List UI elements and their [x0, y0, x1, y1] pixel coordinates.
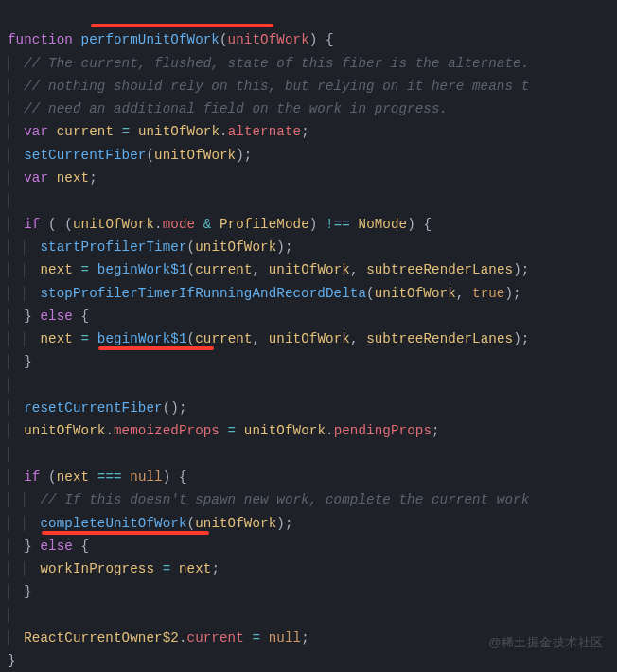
comment-line-2: // nothing should rely on this, but rely…: [24, 79, 529, 94]
fn-completeUnitOfWork: completeUnitOfWork: [40, 516, 186, 531]
id-subtreeRenderLanes: subtreeRenderLanes: [366, 262, 513, 277]
comment-line-3: // need an additional field on the work …: [24, 101, 448, 116]
id-workInProgress: workInProgress: [40, 561, 154, 576]
fn-performUnitOfWork: performUnitOfWork: [81, 32, 220, 47]
keyword-if: if: [24, 217, 40, 232]
watermark: @稀土掘金技术社区: [488, 634, 604, 651]
code-editor: function performUnitOfWork(unitOfWork) {…: [0, 0, 617, 672]
fn-stopProfiler: stopProfilerTimerIfRunningAndRecordDelta: [40, 286, 366, 301]
var-next: next: [57, 170, 89, 186]
prop-alternate: alternate: [228, 124, 302, 139]
underline-1: [91, 24, 273, 27]
fn-beginWork: beginWork$1: [97, 262, 187, 277]
prop-pendingProps: pendingProps: [334, 423, 432, 438]
fn-beginWork-2: beginWork$1: [97, 331, 187, 346]
null-literal: null: [130, 469, 162, 485]
prop-current: current: [187, 630, 244, 645]
keyword-var: var: [24, 124, 48, 139]
keyword-else: else: [40, 309, 72, 324]
underline-3: [42, 531, 209, 535]
comment-line-1: // The current, flushed, state of this f…: [24, 56, 529, 71]
id-ProfileMode: ProfileMode: [220, 217, 309, 232]
bool-true: true: [472, 286, 504, 301]
id-NoMode: NoMode: [359, 217, 408, 232]
underline-2: [98, 346, 214, 350]
id-unitOfWork: unitOfWork: [138, 124, 220, 139]
prop-mode: mode: [163, 217, 195, 232]
fn-setCurrentFiber: setCurrentFiber: [24, 148, 146, 163]
keyword-function: function: [8, 32, 73, 47]
param-unitOfWork: unitOfWork: [228, 32, 309, 47]
var-current: current: [57, 124, 114, 139]
comment-line-4: // If this doesn't spawn new work, compl…: [40, 492, 529, 507]
prop-memoizedProps: memoizedProps: [114, 423, 220, 438]
fn-startProfilerTimer: startProfilerTimer: [40, 239, 186, 255]
fn-resetCurrentFiber: resetCurrentFiber: [24, 400, 162, 416]
id-ReactCurrentOwner: ReactCurrentOwner$2: [24, 630, 179, 645]
